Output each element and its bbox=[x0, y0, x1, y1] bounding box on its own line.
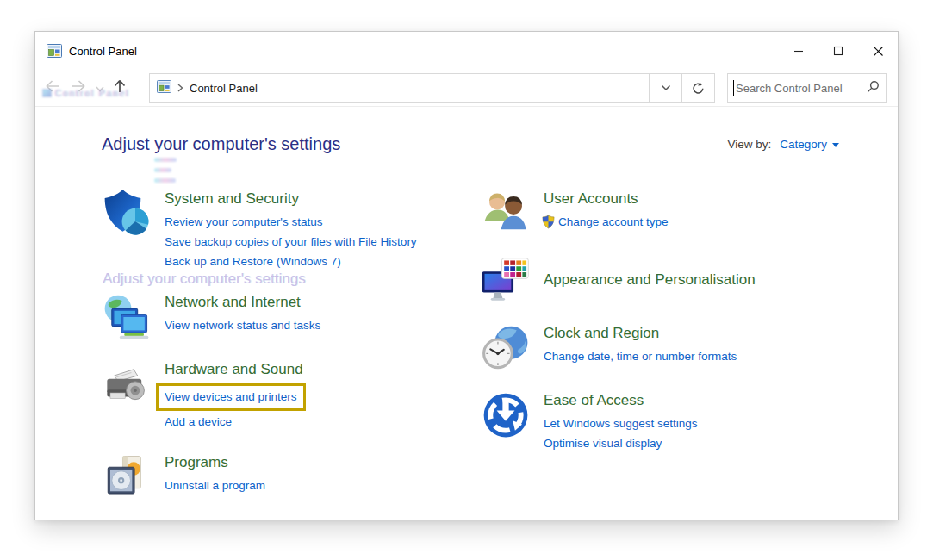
software-box-cd-icon[interactable] bbox=[102, 452, 152, 502]
monitor-palette-icon[interactable] bbox=[481, 256, 531, 306]
category-clock-and-region: Clock and Region Change date, time or nu… bbox=[481, 323, 846, 373]
category-network-and-internet: Network and Internet View network status… bbox=[102, 292, 481, 342]
breadcrumb[interactable]: Control Panel bbox=[150, 74, 649, 102]
close-button[interactable] bbox=[858, 32, 898, 70]
link-change-account-type[interactable]: Change account type bbox=[558, 212, 669, 232]
ease-of-access-icon[interactable] bbox=[481, 390, 531, 440]
control-panel-icon bbox=[157, 80, 171, 96]
category-title[interactable]: User Accounts bbox=[544, 189, 638, 209]
refresh-button[interactable] bbox=[681, 74, 714, 102]
two-users-icon[interactable] bbox=[481, 189, 531, 239]
category-ease-of-access: Ease of Access Let Windows suggest setti… bbox=[481, 390, 846, 453]
category-title[interactable]: System and Security bbox=[165, 189, 299, 209]
category-title[interactable]: Network and Internet bbox=[165, 292, 301, 313]
link-view-network-status[interactable]: View network status and tasks bbox=[165, 319, 320, 332]
category-title[interactable]: Appearance and Personalisation bbox=[544, 270, 756, 290]
close-icon bbox=[873, 46, 884, 57]
view-by-dropdown[interactable]: Category bbox=[780, 138, 839, 151]
search-icon[interactable] bbox=[867, 80, 880, 96]
category-title[interactable]: Clock and Region bbox=[544, 323, 659, 344]
forward-arrow-icon[interactable] bbox=[70, 79, 87, 96]
address-dropdown-button[interactable] bbox=[649, 74, 681, 102]
link-uninstall-a-program[interactable]: Uninstall a program bbox=[165, 479, 265, 492]
window-title: Control Panel bbox=[69, 45, 137, 58]
link-optimise-visual-display[interactable]: Optimise visual display bbox=[544, 437, 662, 450]
navigation-bar: Control Panel bbox=[35, 70, 898, 107]
search-input[interactable] bbox=[736, 82, 867, 95]
link-view-devices-and-printers[interactable]: View devices and printers bbox=[165, 390, 297, 403]
link-let-windows-suggest-settings[interactable]: Let Windows suggest settings bbox=[544, 417, 698, 430]
globe-monitors-icon[interactable] bbox=[102, 292, 152, 342]
search-field[interactable] bbox=[727, 73, 887, 103]
uac-shield-icon bbox=[542, 215, 555, 229]
control-panel-window: Control Panel bbox=[34, 31, 899, 520]
category-title[interactable]: Ease of Access bbox=[544, 390, 644, 411]
view-by-label: View by: bbox=[727, 138, 771, 151]
link-backup-restore-windows7[interactable]: Back up and Restore (Windows 7) bbox=[165, 255, 341, 268]
right-column: User Accounts Change bbox=[481, 189, 846, 523]
category-programs: Programs Uninstall a program bbox=[102, 452, 481, 502]
minimize-button[interactable] bbox=[779, 32, 818, 70]
chevron-right-icon bbox=[177, 80, 183, 96]
text-caret bbox=[733, 80, 734, 96]
maximize-icon bbox=[833, 46, 843, 56]
category-title[interactable]: Programs bbox=[165, 452, 228, 473]
breadcrumb-bar[interactable]: Control Panel bbox=[149, 73, 715, 103]
category-user-accounts: User Accounts Change bbox=[481, 189, 846, 239]
control-panel-icon bbox=[47, 44, 62, 58]
shield-pie-icon[interactable] bbox=[102, 189, 152, 239]
link-review-computer-status[interactable]: Review your computer's status bbox=[165, 215, 322, 228]
up-arrow-icon[interactable] bbox=[113, 78, 127, 97]
dropdown-triangle-icon bbox=[832, 143, 839, 147]
link-file-history-backup[interactable]: Save backup copies of your files with Fi… bbox=[165, 235, 417, 248]
category-hardware-and-sound: Hardware and Sound View devices and prin… bbox=[102, 359, 481, 432]
printer-icon[interactable] bbox=[102, 359, 152, 409]
page-title: Adjust your computer's settings bbox=[102, 134, 340, 154]
recent-pages-chevron-icon[interactable] bbox=[96, 80, 104, 96]
category-title[interactable]: Hardware and Sound bbox=[165, 359, 303, 380]
content-area: Adjust your computer's settings View by:… bbox=[35, 107, 898, 523]
breadcrumb-item-control-panel[interactable]: Control Panel bbox=[190, 82, 258, 95]
minimize-icon bbox=[793, 46, 804, 56]
link-add-a-device[interactable]: Add a device bbox=[165, 415, 232, 428]
refresh-icon bbox=[691, 81, 706, 96]
category-system-and-security: System and Security Review your computer… bbox=[102, 189, 481, 271]
back-arrow-icon[interactable] bbox=[44, 79, 61, 96]
link-change-date-time-formats[interactable]: Change date, time or number formats bbox=[544, 350, 737, 363]
category-appearance-personalisation: Appearance and Personalisation bbox=[481, 256, 846, 306]
maximize-button[interactable] bbox=[818, 32, 858, 70]
view-by-control: View by: Category bbox=[727, 138, 846, 151]
left-column: System and Security Review your computer… bbox=[102, 189, 481, 523]
titlebar: Control Panel bbox=[35, 32, 898, 70]
highlight-box: View devices and printers bbox=[156, 383, 306, 411]
chevron-down-icon bbox=[661, 84, 671, 91]
clock-globe-icon[interactable] bbox=[481, 323, 531, 373]
